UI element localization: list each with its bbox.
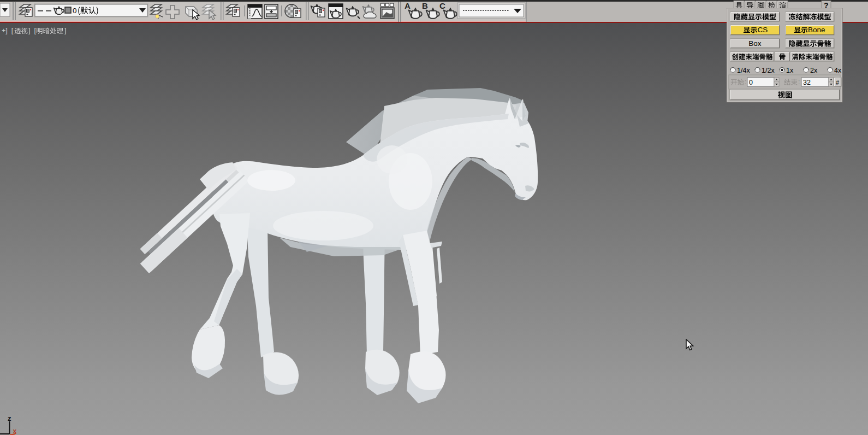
svg-text::: : (798, 78, 800, 86)
svg-text:4x: 4x (834, 67, 842, 74)
svg-text:Bone: Bone (808, 26, 825, 34)
svg-text:0: 0 (749, 79, 753, 86)
svg-text:z: z (8, 414, 11, 422)
svg-text:#: # (836, 79, 840, 86)
svg-text:A: A (405, 1, 411, 10)
svg-text:]: ] (64, 27, 66, 34)
svg-text:CS: CS (758, 26, 768, 34)
svg-text:] [: ] [ (28, 27, 36, 34)
svg-text::: : (745, 78, 746, 86)
svg-text:+] [: +] [ (2, 27, 14, 34)
svg-text:C: C (439, 1, 445, 10)
svg-text:Box: Box (748, 39, 762, 48)
svg-text:1x: 1x (786, 67, 794, 74)
svg-text:2x: 2x (810, 67, 818, 74)
svg-text:1/2x: 1/2x (762, 67, 775, 74)
svg-text:1/4x: 1/4x (737, 67, 750, 74)
svg-text:0: 0 (73, 7, 77, 15)
svg-text:B: B (422, 1, 428, 10)
svg-text:32: 32 (803, 79, 811, 86)
